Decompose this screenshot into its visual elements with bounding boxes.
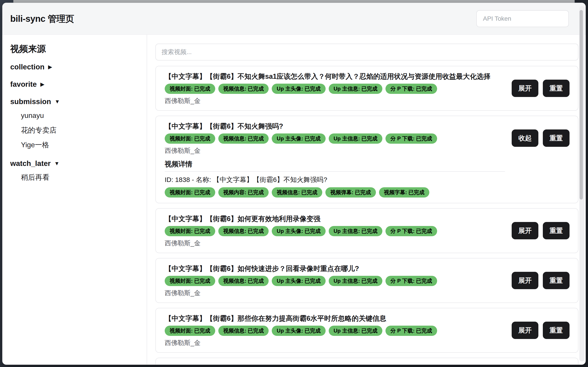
sidebar-child-item[interactable]: 花的专卖店	[21, 125, 140, 135]
status-badge: 视频字幕: 已完成	[379, 187, 430, 198]
status-badge: 视频封面: 已完成	[165, 187, 215, 198]
sidebar-group-label: watch_later	[10, 158, 51, 168]
reset-button[interactable]: 重置	[543, 272, 570, 289]
sidebar-child-item[interactable]: 稍后再看	[21, 172, 140, 182]
search-input[interactable]	[155, 44, 579, 60]
status-badge: 视频信息: 已完成	[218, 84, 269, 94]
status-badge: Up 主信息: 已完成	[329, 84, 382, 94]
video-title: 【中文字幕】【街霸6】不知火舞强吗?	[165, 122, 505, 131]
status-badge: 视频弹幕: 已完成	[325, 187, 376, 198]
expand-button[interactable]: 展开	[512, 80, 538, 97]
reset-button[interactable]: 重置	[543, 322, 570, 339]
video-title: 【中文字幕】【街霸6】如何选择进攻选项?	[165, 364, 505, 364]
expand-arrow-icon: ▶	[48, 62, 52, 72]
card-actions: 收起 重置	[512, 129, 570, 147]
status-badge: 视频内容: 已完成	[218, 187, 269, 198]
sidebar-heading: 视频来源	[10, 43, 140, 55]
reset-button[interactable]: 重置	[543, 80, 570, 97]
video-card-list: 【中文字幕】【街霸6】不知火舞sa1应该怎么带入？何时带入？忍焰的适用状况与资源…	[155, 66, 579, 364]
reset-button[interactable]: 重置	[543, 129, 570, 147]
status-badge: Up 主头像: 已完成	[272, 84, 325, 94]
video-card: 【中文字幕】【街霸6】如何快速进步？回看录像时重点在哪儿? 视频封面: 已完成视…	[155, 258, 579, 303]
expand-button[interactable]: 收起	[512, 129, 538, 147]
sidebar-child-item[interactable]: yunayu	[21, 110, 140, 120]
video-title: 【中文字幕】【街霸6】不知火舞sa1应该怎么带入？何时带入？忍焰的适用状况与资源…	[165, 72, 505, 81]
uploader-name: 西佛勒斯_金	[165, 146, 505, 155]
status-badge: Up 主头像: 已完成	[272, 276, 325, 286]
video-title: 【中文字幕】【街霸6】如何更有效地利用录像变强	[165, 214, 505, 223]
video-details: 视频详情 ID: 1838 - 名称: 【中文字幕】【街霸6】不知火舞强吗? 视…	[165, 160, 505, 198]
video-title: 【中文字幕】【街霸6】那些你在努力提高街霸6水平时所忽略的关键信息	[165, 314, 505, 323]
details-divider	[165, 171, 505, 172]
page-title: bili-sync 管理页	[10, 13, 74, 25]
status-badge: 视频封面: 已完成	[165, 84, 215, 94]
sidebar-group: favorite ▶	[10, 79, 140, 89]
sidebar-group-label: collection	[10, 62, 44, 72]
uploader-name: 西佛勒斯_金	[165, 339, 505, 347]
sidebar-group-children: 稍后再看	[10, 172, 140, 182]
sidebar-group: collection ▶	[10, 62, 140, 72]
video-status-badges: 视频封面: 已完成视频信息: 已完成Up 主头像: 已完成Up 主信息: 已完成…	[165, 84, 505, 94]
card-actions: 展开 重置	[512, 222, 570, 239]
status-badge: Up 主信息: 已完成	[329, 133, 382, 144]
status-badge: Up 主信息: 已完成	[329, 326, 382, 336]
sidebar-group-row[interactable]: watch_later ▼	[10, 158, 140, 168]
expand-arrow-icon: ▶	[40, 79, 44, 89]
expand-arrow-icon: ▼	[54, 158, 60, 168]
expand-arrow-icon: ▼	[55, 97, 60, 107]
card-actions: 展开 重置	[512, 80, 570, 97]
sidebar-video-sources: 视频来源 collection ▶ favorite ▶ submission …	[2, 35, 147, 364]
card-actions: 展开 重置	[512, 322, 570, 339]
scrollbar-thumb[interactable]	[579, 10, 583, 200]
status-badge: 分 P 下载: 已完成	[385, 326, 437, 336]
video-details-summary: ID: 1838 - 名称: 【中文字幕】【街霸6】不知火舞强吗?	[165, 175, 505, 184]
video-card-content: 【中文字幕】【街霸6】不知火舞强吗? 视频封面: 已完成视频信息: 已完成Up …	[165, 122, 505, 198]
video-card: 【中文字幕】【街霸6】不知火舞强吗? 视频封面: 已完成视频信息: 已完成Up …	[155, 116, 579, 203]
status-badge: Up 主头像: 已完成	[272, 133, 325, 144]
sidebar-group-label: submission	[10, 97, 51, 107]
status-badge: Up 主头像: 已完成	[272, 226, 325, 236]
status-badge: 视频信息: 已完成	[218, 226, 269, 236]
sidebar-group-label: favorite	[10, 79, 37, 89]
status-badge: 视频信息: 已完成	[218, 133, 269, 144]
scrollbar-track[interactable]	[579, 6, 585, 361]
video-details-heading: 视频详情	[165, 160, 505, 169]
video-card-content: 【中文字幕】【街霸6】如何更有效地利用录像变强 视频封面: 已完成视频信息: 已…	[165, 214, 505, 247]
sidebar-group-row[interactable]: submission ▼	[10, 97, 140, 107]
expand-button[interactable]: 展开	[512, 222, 538, 239]
body-row: 视频来源 collection ▶ favorite ▶ submission …	[2, 35, 586, 364]
video-status-badges: 视频封面: 已完成视频信息: 已完成Up 主头像: 已完成Up 主信息: 已完成…	[165, 276, 505, 286]
sidebar-group-row[interactable]: favorite ▶	[10, 79, 140, 89]
sidebar-group-row[interactable]: collection ▶	[10, 62, 140, 72]
video-card: 【中文字幕】【街霸6】那些你在努力提高街霸6水平时所忽略的关键信息 视频封面: …	[155, 308, 579, 353]
reset-button[interactable]: 重置	[543, 222, 570, 239]
status-badge: Up 主信息: 已完成	[329, 226, 382, 236]
status-badge: 视频信息: 已完成	[218, 326, 269, 336]
video-status-badges: 视频封面: 已完成视频信息: 已完成Up 主头像: 已完成Up 主信息: 已完成…	[165, 226, 505, 236]
expand-button[interactable]: 展开	[512, 322, 538, 339]
status-badge: 视频封面: 已完成	[165, 326, 215, 336]
video-card-content: 【中文字幕】【街霸6】那些你在努力提高街霸6水平时所忽略的关键信息 视频封面: …	[165, 314, 505, 347]
video-status-badges: 视频封面: 已完成视频信息: 已完成Up 主头像: 已完成Up 主信息: 已完成…	[165, 326, 505, 336]
status-badge: 分 P 下载: 已完成	[385, 84, 437, 94]
sidebar-child-item[interactable]: Yige一格	[21, 140, 140, 150]
sidebar-group-children: yunayu花的专卖店Yige一格	[10, 110, 140, 150]
video-card-content: 【中文字幕】【街霸6】如何快速进步？回看录像时重点在哪儿? 视频封面: 已完成视…	[165, 264, 505, 297]
status-badge: 视频信息: 已完成	[272, 187, 322, 198]
status-badge: 视频信息: 已完成	[218, 276, 269, 286]
status-badge: 分 P 下载: 已完成	[385, 276, 437, 286]
uploader-name: 西佛勒斯_金	[165, 289, 505, 297]
api-token-input[interactable]	[476, 10, 569, 27]
video-card: 【中文字幕】【街霸6】如何更有效地利用录像变强 视频封面: 已完成视频信息: 已…	[155, 208, 579, 253]
status-badge: 视频封面: 已完成	[165, 276, 215, 286]
uploader-name: 西佛勒斯_金	[165, 97, 505, 105]
main-content: 【中文字幕】【街霸6】不知火舞sa1应该怎么带入？何时带入？忍焰的适用状况与资源…	[147, 35, 586, 364]
card-actions: 展开 重置	[512, 272, 570, 289]
status-badge: 分 P 下载: 已完成	[385, 226, 437, 236]
uploader-name: 西佛勒斯_金	[165, 239, 505, 247]
status-badge: 视频封面: 已完成	[165, 133, 215, 144]
sidebar-group: watch_later ▼ 稍后再看	[10, 158, 140, 182]
expand-button[interactable]: 展开	[512, 272, 538, 289]
status-badge: Up 主信息: 已完成	[329, 276, 382, 286]
video-card-content: 【中文字幕】【街霸6】如何选择进攻选项? 视频封面: 已完成视频信息: 已完成U…	[165, 364, 505, 364]
